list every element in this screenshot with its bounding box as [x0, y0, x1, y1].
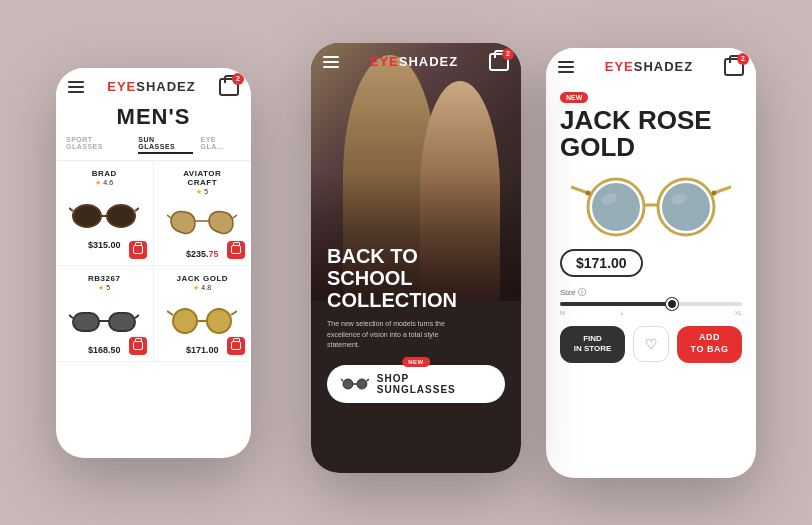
product-aviator[interactable]: AVIATORCRAFT ★ 5 $235.75	[154, 161, 252, 266]
brand-eye: EYE	[370, 54, 399, 69]
phone-left: EYESHADEZ 2 MEN'S SPORT GLASSES SUN GLAS…	[56, 68, 251, 458]
product-stars: ★ 5	[64, 284, 145, 292]
right-header: EYESHADEZ 2	[546, 48, 756, 82]
svg-line-7	[233, 215, 237, 218]
brand-eye: EYE	[107, 79, 136, 94]
svg-line-11	[69, 315, 73, 318]
add-to-bag-aviator[interactable]	[227, 241, 245, 259]
product-rb3267[interactable]: RB3267 ★ 5 $168.50	[56, 266, 154, 362]
product-brad[interactable]: BRAD ★ 4.6 $315.00	[56, 161, 154, 266]
svg-line-29	[714, 187, 731, 193]
size-slider-fill	[560, 302, 669, 306]
cart-badge: 2	[502, 48, 514, 60]
left-header: EYESHADEZ 2	[56, 68, 251, 102]
hero-desc: The new selection of models turns the ex…	[327, 319, 457, 351]
cart-badge: 2	[232, 73, 244, 85]
size-section: Size ⓘ M L XL	[560, 287, 742, 316]
product-image	[560, 169, 742, 239]
hero-title: BACK TO SCHOOL COLLECTION	[327, 245, 505, 311]
product-name: AVIATORCRAFT	[162, 169, 244, 187]
products-grid: BRAD ★ 4.6 $315.00 A	[56, 161, 251, 362]
add-to-bag-button[interactable]: ADD TO BAG	[677, 326, 742, 363]
product-image	[162, 296, 244, 341]
wishlist-button[interactable]: ♡	[633, 326, 669, 362]
add-bag-line1: ADD	[687, 332, 732, 344]
center-background: EYESHADEZ 2 BACK TO SCHOOL COLLECTION Th…	[311, 43, 521, 473]
bag-icon	[133, 245, 143, 254]
svg-line-12	[135, 315, 139, 318]
title-line2: GOLD	[560, 132, 635, 162]
svg-point-25	[592, 183, 640, 231]
bag-icon	[133, 341, 143, 350]
cart-badge: 2	[737, 53, 749, 65]
center-header: EYESHADEZ 2	[311, 43, 521, 77]
add-bag-line2: TO BAG	[687, 344, 732, 356]
glasses-icon	[341, 377, 369, 391]
brand-eye: EYE	[605, 59, 634, 74]
product-image	[64, 191, 145, 236]
shop-sunglasses-button[interactable]: NEW SHOP SUNGLASSES	[327, 365, 505, 403]
product-name: JACK GOLD	[162, 274, 244, 283]
find-store-button[interactable]: FIND IN STORE	[560, 326, 625, 363]
add-to-bag-jackgold[interactable]	[227, 337, 245, 355]
bag-icon	[231, 245, 241, 254]
product-stars: ★ 4.6	[64, 179, 145, 187]
svg-point-26	[662, 183, 710, 231]
product-stars: ★ 5	[162, 188, 244, 196]
svg-line-28	[571, 187, 588, 193]
center-content: BACK TO SCHOOL COLLECTION The new select…	[311, 245, 521, 403]
svg-line-3	[69, 208, 73, 211]
find-store-line1: FIND	[570, 334, 615, 344]
shop-btn-text: SHOP SUNGLASSES	[377, 373, 491, 395]
product-jackgold[interactable]: JACK GOLD ★ 4.8 $171.00	[154, 266, 252, 362]
hamburger-icon[interactable]	[558, 61, 574, 73]
svg-rect-8	[73, 313, 99, 331]
size-label: Size ⓘ	[560, 287, 742, 298]
cart-button[interactable]: 2	[489, 53, 509, 71]
hamburger-icon[interactable]	[68, 81, 84, 93]
tab-sunglasses[interactable]: SUN GLASSES	[138, 136, 192, 154]
find-store-line2: IN STORE	[570, 344, 615, 354]
new-badge: NEW	[560, 92, 588, 103]
phone-center: EYESHADEZ 2 BACK TO SCHOOL COLLECTION Th…	[311, 43, 521, 473]
svg-point-13	[173, 309, 197, 333]
svg-line-22	[367, 379, 369, 381]
tab-eyeglasses[interactable]: EYE GLA...	[201, 136, 241, 154]
svg-line-17	[231, 311, 237, 315]
brand-logo: EYESHADEZ	[370, 54, 458, 69]
size-xl: XL	[735, 310, 742, 316]
cart-button[interactable]: 2	[219, 78, 239, 96]
svg-point-19	[357, 379, 367, 389]
svg-point-30	[586, 191, 591, 196]
glasses-svg	[571, 169, 731, 239]
svg-line-21	[341, 379, 343, 381]
size-slider[interactable]	[560, 302, 742, 306]
size-slider-thumb[interactable]	[666, 298, 678, 310]
svg-line-16	[167, 311, 173, 315]
add-to-bag-brad[interactable]	[129, 241, 147, 259]
bottom-actions: FIND IN STORE ♡ ADD TO BAG	[560, 326, 742, 363]
svg-rect-9	[109, 313, 135, 331]
page-title: MEN'S	[56, 102, 251, 136]
brand-shadez: SHADEZ	[634, 59, 693, 74]
product-name: BRAD	[64, 169, 145, 178]
tab-sport[interactable]: SPORT GLASSES	[66, 136, 130, 154]
cart-button[interactable]: 2	[724, 58, 744, 76]
svg-line-6	[167, 215, 171, 218]
add-to-bag-rb3267[interactable]	[129, 337, 147, 355]
brand-shadez: SHADEZ	[136, 79, 195, 94]
phone-right: EYESHADEZ 2 NEW JACK ROSE GOLD	[546, 48, 756, 478]
title-line1: JACK ROSE	[560, 105, 712, 135]
phones-container: EYESHADEZ 2 MEN'S SPORT GLASSES SUN GLAS…	[26, 18, 786, 508]
product-image	[162, 200, 244, 245]
svg-point-14	[207, 309, 231, 333]
svg-point-31	[712, 191, 717, 196]
hamburger-icon[interactable]	[323, 56, 339, 68]
svg-point-1	[107, 205, 135, 227]
brand-shadez: SHADEZ	[399, 54, 458, 69]
brand-logo: EYESHADEZ	[107, 79, 195, 94]
brand-logo: EYESHADEZ	[605, 59, 693, 74]
product-stars: ★ 4.8	[162, 284, 244, 292]
new-badge: NEW	[402, 357, 430, 367]
bag-icon	[231, 341, 241, 350]
